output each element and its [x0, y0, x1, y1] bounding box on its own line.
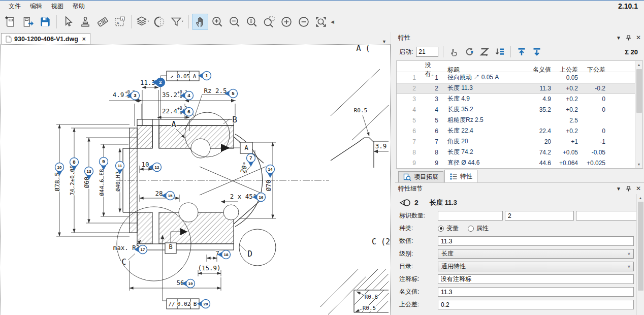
zoom-window-button[interactable] [261, 14, 277, 30]
table-row[interactable]: 33长度 4.94.9+0.20 [397, 93, 635, 104]
menu-help[interactable]: 帮助 [68, 1, 89, 12]
select-cursor-button[interactable] [60, 14, 76, 30]
drawing-text: Ø78.5 [53, 172, 61, 192]
id-count-input-1[interactable] [438, 211, 503, 220]
layers-button[interactable] [135, 14, 151, 30]
drawing-text: 28 [155, 190, 163, 197]
table-row[interactable]: 22长度 11.311.3+0.2-0.2 [397, 83, 635, 93]
tag-button[interactable] [94, 14, 111, 30]
tab-list-icon[interactable]: ▼ [382, 39, 387, 44]
nominal-input[interactable] [438, 287, 634, 297]
filter-icon [170, 15, 185, 28]
rotate-button[interactable] [463, 46, 475, 58]
panel-menu-icon[interactable]: ▼ [616, 35, 621, 41]
balloon-12[interactable]: 12 [148, 163, 162, 172]
project-explorer-icon [403, 173, 411, 181]
application-window: 文件 编辑 视图 帮助 2.10.1 A1 ◀ [0, 0, 644, 315]
toolbar-collapse-icon[interactable]: ◀ [331, 19, 334, 24]
table-row[interactable]: 88长度 74.274.2+0.05-0.05 [397, 147, 635, 158]
decrease-button[interactable] [296, 14, 312, 30]
panel-splitter[interactable] [391, 32, 395, 315]
z-order-button[interactable] [478, 46, 491, 58]
radio-variable[interactable]: 变量 [438, 224, 459, 233]
new-document-button[interactable] [3, 14, 19, 30]
table-row[interactable]: 55粗糙度Rz 2.52.5 [397, 115, 635, 125]
plus-circle-icon [280, 15, 293, 28]
table-row[interactable]: 99直径 Ø 44.644.6+0.064+0.025 [397, 158, 635, 168]
filter-button[interactable] [169, 14, 185, 30]
drawing-text: 7 [215, 249, 219, 257]
drawing-text: 2 x 45° [230, 193, 257, 200]
start-number-input[interactable] [416, 47, 438, 57]
panel-menu-icon[interactable]: ▼ [616, 186, 621, 192]
table-scrollbar[interactable]: ▲ ▼ [635, 61, 642, 168]
svg-text:19: 19 [188, 281, 193, 286]
upper-tolerance-input[interactable] [438, 300, 634, 309]
category-select[interactable]: 通用特性˅ [438, 262, 634, 271]
svg-text:9: 9 [102, 159, 105, 164]
drawing-text: 10 [141, 161, 149, 168]
pan-hand-button[interactable] [192, 14, 208, 30]
menu-file[interactable]: 文件 [4, 1, 25, 12]
value-row: 数值: [399, 235, 634, 247]
zoom-fit-button[interactable] [313, 14, 329, 30]
note-input[interactable] [438, 274, 634, 284]
table-row[interactable]: 77角度 2020+1-1 [397, 136, 635, 147]
move-top-icon [517, 47, 527, 57]
detail-scrollbar[interactable]: ▲ [636, 194, 644, 315]
menu-edit[interactable]: 编辑 [25, 1, 47, 12]
mirror-view-icon [153, 15, 167, 28]
scroll-down-icon[interactable]: ▼ [635, 161, 642, 168]
balloon-18[interactable]: 18 [217, 250, 231, 259]
dimension-lines [56, 87, 276, 291]
drawing-text: R0.8 [365, 294, 378, 300]
level-select[interactable]: 长度˅ [438, 249, 634, 259]
save-button[interactable] [37, 14, 53, 30]
menu-view[interactable]: 视图 [47, 1, 68, 12]
drawing-text: B [232, 115, 237, 124]
balloon-9[interactable]: 9 [100, 158, 108, 171]
scroll-up-icon[interactable]: ▲ [635, 61, 642, 69]
document-tab-close-icon[interactable]: × [82, 36, 86, 43]
panel-close-icon[interactable]: ✕ [636, 34, 641, 41]
zoom-in-button[interactable] [209, 14, 226, 30]
open-document-button[interactable] [20, 14, 36, 30]
svg-text:15: 15 [168, 194, 173, 198]
start-label: 启动: [399, 48, 413, 56]
stamp-icon [79, 15, 92, 28]
svg-text:6: 6 [187, 109, 190, 114]
mirror-view-button[interactable] [152, 14, 168, 30]
value-input[interactable] [438, 236, 634, 246]
increase-button[interactable] [278, 14, 295, 30]
drawing-canvas[interactable]: 11.34.9+0.2-035.2+0.2-022.4+0.2-0Rz 2.51… [0, 44, 391, 315]
pin-icon[interactable] [626, 35, 631, 41]
pin-icon[interactable] [626, 186, 631, 192]
tab-project-explorer[interactable]: 项目拓展 [398, 171, 443, 182]
document-tab[interactable]: 930-1200-406-V1.dwg × [1, 33, 90, 44]
id-count-input-2[interactable] [505, 211, 574, 220]
table-row[interactable]: 11径向跳动 ↗ 0.05 A0.05 [397, 72, 635, 83]
table-header: 没有。 标题 名义值 上公差 下公差 [397, 61, 635, 72]
move-bottom-button[interactable] [531, 46, 543, 58]
balloon-14[interactable]: 14 [266, 165, 275, 178]
kind-row: 种类: 变量 属性 [399, 222, 634, 235]
table-row[interactable]: 66长度 22.422.4+0.20 [397, 125, 635, 136]
sort-list-icon [495, 47, 505, 57]
sort-list-button[interactable] [494, 46, 506, 58]
panel-close-icon[interactable]: ✕ [636, 185, 641, 192]
table-row[interactable]: 44长度 35.235.2+0.20 [397, 104, 635, 115]
tab-characteristics[interactable]: 特性 [444, 170, 477, 182]
stamp-button[interactable] [77, 14, 93, 30]
svg-text:18: 18 [224, 253, 229, 257]
capture-region-button[interactable]: A1 [112, 14, 128, 30]
scroll-up-icon[interactable]: ▲ [639, 194, 642, 202]
radio-attribute[interactable]: 属性 [468, 224, 489, 233]
id-count-input-3[interactable] [576, 211, 641, 220]
zoom-out-button[interactable] [227, 14, 243, 30]
balloon-1[interactable]: 1 [198, 72, 211, 80]
hand-pointer-button[interactable] [448, 46, 460, 58]
zoom-dynamic-button[interactable] [244, 14, 260, 30]
move-top-button[interactable] [516, 46, 528, 58]
detail-panel-titlebar: 特性细节 ▼ ✕ [395, 183, 644, 194]
balloon-15[interactable]: 15 [162, 192, 175, 200]
